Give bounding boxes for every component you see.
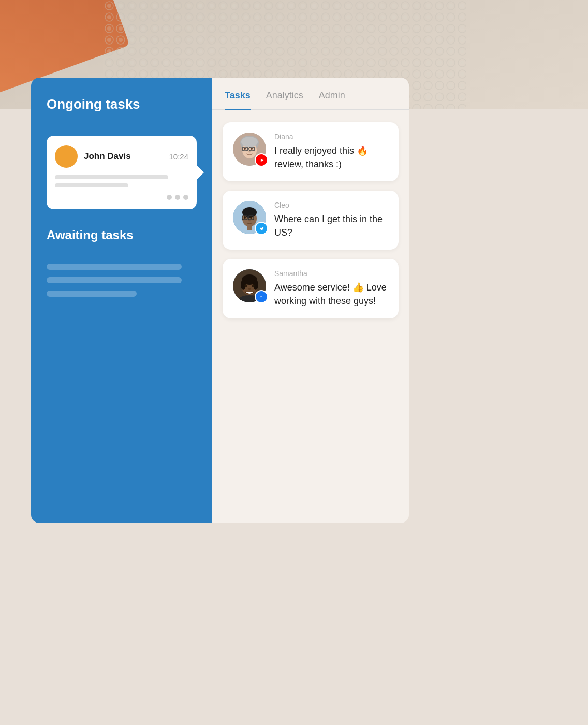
awaiting-item-2 [47, 277, 182, 283]
samantha-message-content: Samantha Awesome service! 👍 Love working… [274, 269, 388, 308]
task-card-header: John Davis 10:24 [55, 145, 188, 168]
right-panel: Tasks Analytics Admin [212, 78, 409, 523]
diana-sender: Diana [274, 133, 388, 141]
task-time: 10:24 [169, 152, 188, 161]
svg-point-11 [248, 151, 251, 153]
task-line-2 [55, 183, 128, 187]
message-card-cleo[interactable]: Cleo Where can I get this in the US? [223, 191, 399, 250]
svg-point-23 [250, 216, 252, 219]
cleo-message-content: Cleo Where can I get this in the US? [274, 201, 388, 239]
tab-analytics[interactable]: Analytics [266, 90, 303, 109]
sidebar-divider-1 [47, 123, 197, 123]
tabs-bar: Tasks Analytics Admin [212, 78, 409, 110]
task-card-arrow [197, 165, 204, 180]
task-name: John Davis [84, 151, 131, 162]
diana-avatar-wrap [233, 133, 266, 166]
task-dot-1 [167, 195, 172, 200]
sidebar-divider-2 [47, 252, 197, 252]
tab-tasks[interactable]: Tasks [225, 90, 251, 109]
main-container: Ongoing tasks John Davis 10:24 Awaiting … [31, 78, 455, 523]
tab-admin[interactable]: Admin [319, 90, 345, 109]
messages-list: Diana I really enjoyed this 🔥 review, th… [212, 110, 409, 331]
cleo-avatar-wrap [233, 201, 266, 234]
awaiting-item-1 [47, 264, 182, 270]
awaiting-item-3 [47, 291, 137, 297]
message-card-samantha[interactable]: f Samantha Awesome service! 👍 Love worki… [223, 259, 399, 318]
task-avatar [55, 145, 78, 168]
svg-point-34 [252, 285, 255, 287]
task-dots [55, 195, 188, 200]
svg-point-12 [241, 137, 258, 147]
task-dot-2 [175, 195, 180, 200]
svg-point-22 [244, 216, 246, 219]
svg-point-35 [248, 288, 251, 290]
cleo-sender: Cleo [274, 201, 388, 209]
twitter-badge [255, 222, 268, 235]
svg-point-33 [245, 285, 247, 287]
diana-message-text: I really enjoyed this 🔥 review, thanks :… [274, 144, 388, 171]
samantha-sender: Samantha [274, 269, 388, 278]
task-dot-3 [183, 195, 188, 200]
sidebar-panel: Ongoing tasks John Davis 10:24 Awaiting … [31, 78, 212, 523]
youtube-badge [255, 153, 268, 167]
message-card-diana[interactable]: Diana I really enjoyed this 🔥 review, th… [223, 122, 399, 181]
samantha-message-text: Awesome service! 👍 Love working with the… [274, 281, 388, 308]
svg-point-10 [251, 148, 253, 150]
diana-message-content: Diana I really enjoyed this 🔥 review, th… [274, 133, 388, 171]
samantha-avatar-wrap: f [233, 269, 266, 302]
cleo-message-text: Where can I get this in the US? [274, 212, 388, 239]
task-line-1 [55, 175, 168, 179]
ongoing-tasks-title: Ongoing tasks [47, 96, 197, 112]
facebook-badge: f [255, 290, 268, 303]
awaiting-tasks-title: Awaiting tasks [47, 228, 197, 242]
svg-point-9 [244, 148, 246, 150]
task-card[interactable]: John Davis 10:24 [47, 136, 197, 209]
svg-point-24 [248, 220, 251, 222]
